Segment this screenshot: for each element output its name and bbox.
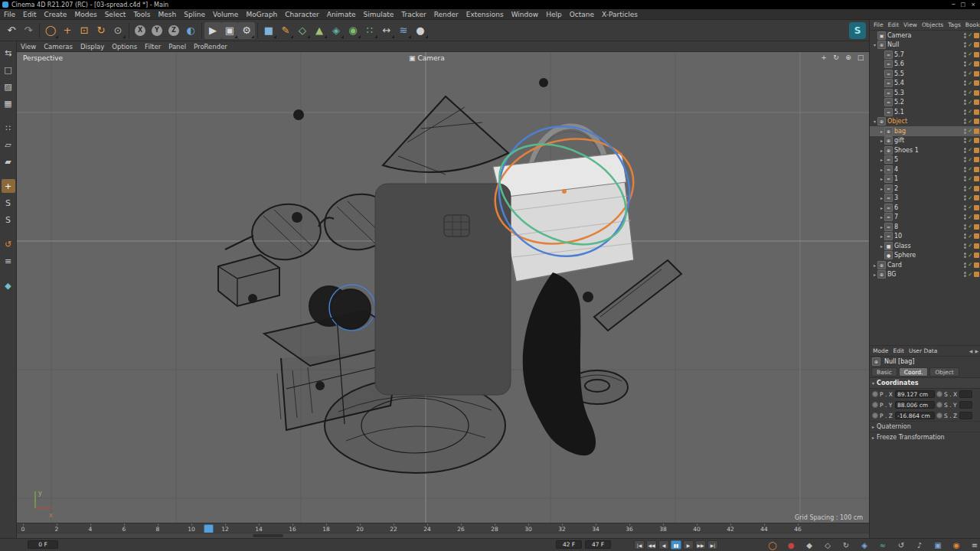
goto-end-button[interactable]: ▶|: [707, 540, 718, 549]
object-row-5-5[interactable]: ≈5.5✓: [870, 69, 980, 79]
visibility-dots[interactable]: [964, 205, 966, 210]
view-label[interactable]: Perspective: [23, 54, 63, 62]
polygons-mode-button[interactable]: ▰: [2, 155, 15, 168]
om-menu-objects[interactable]: Objects: [920, 21, 946, 28]
visibility-dots[interactable]: [964, 90, 966, 96]
menu-modes[interactable]: Modes: [70, 11, 100, 18]
options-sliders-icon[interactable]: ≡: [969, 540, 980, 550]
object-row-glass[interactable]: ▸■Glass✓: [870, 241, 980, 251]
object-row-10[interactable]: ▸≈10✓: [870, 232, 980, 242]
menu-select[interactable]: Select: [101, 11, 130, 18]
menu-help[interactable]: Help: [542, 11, 566, 18]
timeline-frame-label[interactable]: 34: [592, 526, 599, 533]
sound-toggle[interactable]: ♪: [914, 540, 925, 550]
tag-icon[interactable]: [974, 253, 979, 258]
playback-loop-toggle[interactable]: ↺: [896, 540, 906, 550]
visibility-dots[interactable]: [964, 272, 966, 277]
tag-icon[interactable]: [974, 157, 979, 162]
last-used-tool[interactable]: ⊙: [109, 22, 126, 39]
maximize-view-icon[interactable]: □: [857, 54, 864, 61]
enabled-check-icon[interactable]: ✓: [968, 32, 972, 38]
edges-mode-button[interactable]: ▱: [2, 138, 15, 152]
enabled-check-icon[interactable]: ✓: [968, 109, 972, 115]
timeline-frame-label[interactable]: 28: [491, 526, 498, 533]
timeline-frame-label[interactable]: 26: [457, 526, 465, 533]
coord-input[interactable]: [959, 390, 972, 398]
xparticles-tool-button[interactable]: ◆: [2, 279, 15, 292]
zoom-view-icon[interactable]: ⊕: [844, 54, 852, 61]
coord-input[interactable]: [959, 412, 972, 419]
visibility-dots[interactable]: [964, 224, 966, 230]
subtab-coord[interactable]: Coord.: [899, 367, 929, 377]
mograph-cloner-button[interactable]: ∷: [361, 22, 378, 39]
move-tool[interactable]: +: [59, 22, 76, 39]
volume-builder-button[interactable]: ◈: [328, 22, 345, 39]
object-row-4[interactable]: ▸≈4✓: [870, 165, 980, 174]
tag-icon[interactable]: [974, 71, 979, 77]
expand-toggle-icon[interactable]: ▾: [872, 119, 877, 124]
timeline-frame-label[interactable]: 12: [221, 526, 229, 533]
enable-axis-button[interactable]: +: [2, 179, 15, 193]
menu-render[interactable]: Render: [430, 11, 462, 18]
coordinates-section-header[interactable]: ▾ Coordinates: [870, 377, 980, 389]
timeline-frame-label[interactable]: 8: [156, 526, 160, 533]
object-row-1[interactable]: ▸≈1✓: [870, 174, 980, 184]
enabled-check-icon[interactable]: ✓: [968, 99, 972, 106]
range-start-field[interactable]: 42 F: [556, 540, 582, 549]
menu-mesh[interactable]: Mesh: [155, 11, 181, 18]
timeline-frame-label[interactable]: 44: [760, 526, 768, 533]
keyframe-dot-icon[interactable]: [872, 391, 878, 397]
coord-input[interactable]: [959, 401, 972, 409]
tag-icon[interactable]: [974, 148, 979, 153]
keyframe-dot-icon[interactable]: [936, 402, 942, 408]
undo-button[interactable]: ↶: [3, 22, 20, 39]
render-queue-icon[interactable]: ▣: [933, 540, 943, 550]
visibility-dots[interactable]: [964, 148, 966, 153]
sunglasses-object[interactable]: [225, 190, 397, 264]
close-button[interactable]: ×: [971, 2, 975, 8]
menu-mograph[interactable]: MoGraph: [242, 11, 281, 18]
timeline-frame-label[interactable]: 2: [55, 526, 59, 533]
goto-start-button[interactable]: |◀: [634, 540, 645, 549]
timeline-frame-label[interactable]: 22: [390, 526, 397, 533]
ruler-object[interactable]: [594, 260, 681, 331]
enabled-check-icon[interactable]: ✓: [968, 147, 972, 153]
constraint-button[interactable]: ↔: [378, 22, 395, 39]
camera-label[interactable]: ▣ Camera: [409, 54, 445, 62]
object-row-3[interactable]: ▸≈3✓: [870, 194, 980, 204]
menu-character[interactable]: Character: [281, 11, 322, 18]
keyframe-rotation-toggle[interactable]: ↻: [841, 540, 851, 550]
visibility-dots[interactable]: [964, 138, 966, 143]
enabled-check-icon[interactable]: ✓: [968, 61, 972, 67]
viewport-menu-panel[interactable]: Panel: [165, 43, 190, 51]
timeline-frame-label[interactable]: 32: [558, 526, 566, 533]
object-row-5-4[interactable]: ≈5.4✓: [870, 79, 980, 89]
enabled-check-icon[interactable]: ✓: [968, 253, 972, 259]
viewport-menu-filter[interactable]: Filter: [141, 43, 165, 51]
timeline-frame-label[interactable]: 24: [423, 526, 431, 533]
enabled-check-icon[interactable]: ✓: [968, 51, 972, 57]
generator-button[interactable]: ▲: [311, 22, 328, 39]
object-row-8[interactable]: ▸≈8✓: [870, 222, 980, 232]
expand-toggle-icon[interactable]: ▸: [879, 148, 884, 153]
visibility-dots[interactable]: [964, 253, 966, 258]
viewport-menu-display[interactable]: Display: [77, 43, 108, 51]
visibility-dots[interactable]: [964, 119, 966, 124]
tag-icon[interactable]: [974, 262, 979, 268]
coord-input[interactable]: -16.864 cm: [895, 412, 935, 419]
rotate-tool[interactable]: ↻: [93, 22, 109, 39]
om-menu-bookmarks[interactable]: Bookmarks: [963, 21, 980, 28]
enabled-check-icon[interactable]: ✓: [968, 70, 972, 77]
keyframe-position-toggle[interactable]: ◆: [804, 540, 815, 550]
object-row-7[interactable]: ▸≈7✓: [870, 213, 980, 223]
expand-toggle-icon[interactable]: ▸: [872, 262, 877, 268]
enabled-check-icon[interactable]: ✓: [968, 185, 972, 191]
tag-icon[interactable]: [974, 224, 979, 230]
keyframe-dot-icon[interactable]: [872, 412, 878, 419]
tag-icon[interactable]: [974, 33, 979, 38]
visibility-dots[interactable]: [964, 243, 966, 249]
viewport[interactable]: y x Perspective ▣ Camera +↻⊕□ Grid Spaci…: [17, 52, 869, 523]
expand-toggle-icon[interactable]: ▸: [879, 186, 884, 191]
viewport-canvas[interactable]: y x: [17, 52, 869, 523]
points-mode-button[interactable]: ∷: [2, 121, 15, 135]
